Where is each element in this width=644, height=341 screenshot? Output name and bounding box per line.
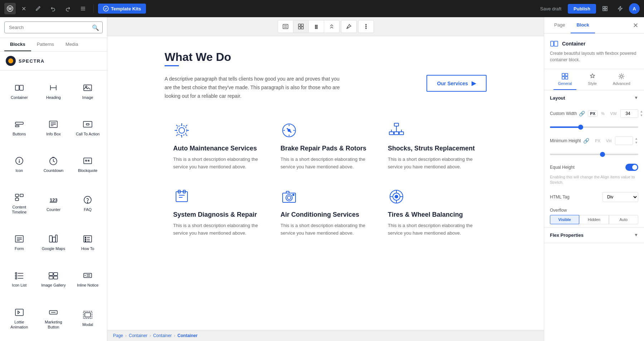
cta-button[interactable]: Our Services ▶ xyxy=(426,75,487,92)
service-desc-3: This is a short description elaborating … xyxy=(173,222,263,237)
save-draft-button[interactable]: Save draft xyxy=(537,4,565,14)
list-view-button[interactable] xyxy=(278,20,293,33)
block-item-countdown[interactable]: Countdown xyxy=(37,147,70,182)
svg-point-81 xyxy=(315,28,316,29)
block-item-lottie[interactable]: Lottie Animation xyxy=(3,298,36,338)
page-section: What We Do A descriptive paragraph that … xyxy=(165,51,487,247)
undo-button[interactable] xyxy=(47,3,59,14)
close-button[interactable]: ✕ xyxy=(19,3,29,14)
min-height-unit-px[interactable]: PX xyxy=(593,138,602,144)
svg-rect-10 xyxy=(15,85,19,90)
block-item-faq[interactable]: FAQ xyxy=(71,183,104,223)
inline-notice-icon xyxy=(83,270,93,280)
tab-blocks[interactable]: Blocks xyxy=(4,38,31,51)
unit-px-button[interactable]: PX xyxy=(588,110,597,117)
block-item-how-to[interactable]: How To xyxy=(71,225,104,260)
breadcrumb-current[interactable]: Container xyxy=(177,333,197,338)
block-item-marketing-button[interactable]: Marketing Button xyxy=(37,298,70,338)
unit-vw-button[interactable]: VW xyxy=(608,110,619,117)
html-tag-select[interactable]: Div Section Article Header Footer xyxy=(602,192,638,202)
block-label-counter: Counter xyxy=(47,207,60,212)
block-item-icon-list[interactable]: Icon List xyxy=(3,261,36,297)
collapse-button[interactable] xyxy=(324,20,339,33)
details-button[interactable] xyxy=(77,3,89,14)
svg-rect-91 xyxy=(389,132,394,135)
min-height-input[interactable] xyxy=(615,136,633,145)
panel-tab-block[interactable]: Block xyxy=(571,17,595,33)
lightning-button[interactable] xyxy=(614,3,626,14)
svg-text:123: 123 xyxy=(50,197,58,203)
user-avatar[interactable]: A xyxy=(629,3,640,14)
svg-rect-12 xyxy=(84,85,92,91)
svg-point-79 xyxy=(315,27,316,27)
redo-button[interactable] xyxy=(62,3,74,14)
unit-percent-button[interactable]: % xyxy=(599,110,607,117)
service-item-air-conditioning: Air Conditioning Services This is a shor… xyxy=(272,181,379,247)
panel-sub-tab-advanced[interactable]: Advanced xyxy=(609,69,635,90)
grid-view-button[interactable] xyxy=(293,20,309,33)
block-item-heading[interactable]: Heading xyxy=(37,73,70,109)
panel-sub-tab-style[interactable]: Style xyxy=(584,69,601,90)
svg-rect-117 xyxy=(554,41,558,46)
center-area: What We Do A descriptive paragraph that … xyxy=(107,17,544,341)
svg-point-82 xyxy=(316,28,317,29)
block-item-image[interactable]: Image xyxy=(71,73,104,109)
wp-logo[interactable]: W xyxy=(4,3,16,14)
countdown-icon xyxy=(48,156,58,166)
width-spin-down[interactable]: ▼ xyxy=(640,114,644,117)
block-item-timeline[interactable]: Content Timeline xyxy=(3,183,36,223)
block-item-form[interactable]: Form xyxy=(3,225,36,260)
block-item-container[interactable]: Container xyxy=(3,73,36,109)
block-item-modal[interactable]: Modal xyxy=(71,298,104,338)
svg-point-122 xyxy=(620,75,623,77)
block-item-info-box[interactable]: Info Box xyxy=(37,110,70,145)
pin-button[interactable] xyxy=(341,20,356,33)
panel-sub-tab-general[interactable]: General xyxy=(553,69,576,90)
layout-arrow-icon: ▲ xyxy=(634,96,638,101)
block-item-inline-notice[interactable]: Inline Notice xyxy=(71,261,104,297)
tab-patterns[interactable]: Patterns xyxy=(31,38,60,51)
panel-close-button[interactable]: ✕ xyxy=(631,20,640,31)
equal-height-toggle[interactable] xyxy=(625,164,638,171)
layout-section-header[interactable]: Layout ▲ xyxy=(544,90,644,106)
custom-width-input[interactable] xyxy=(620,109,638,118)
min-height-unit-vh[interactable]: VH xyxy=(604,138,614,144)
block-label-timeline: Content Timeline xyxy=(6,205,33,215)
publish-button[interactable]: Publish xyxy=(568,4,596,14)
flex-properties-header[interactable]: Flex Properties ▼ xyxy=(544,227,644,243)
service-title-2: Shocks, Struts Replacement xyxy=(388,145,478,152)
template-kits-button[interactable]: Template Kits xyxy=(98,4,146,14)
block-item-image-gallery[interactable]: Image Gallery xyxy=(37,261,70,297)
block-item-icon[interactable]: Icon xyxy=(3,147,36,182)
edit-button[interactable] xyxy=(32,3,44,14)
breadcrumb-page[interactable]: Page xyxy=(113,333,123,338)
view-toggle-button[interactable] xyxy=(599,3,611,14)
breadcrumb-container-1[interactable]: Container xyxy=(129,333,147,338)
panel-tab-page[interactable]: Page xyxy=(548,17,571,33)
cta-arrow-icon: ▶ xyxy=(472,80,476,87)
breadcrumb-container-2[interactable]: Container xyxy=(153,333,172,338)
min-height-spin-down[interactable]: ▼ xyxy=(634,141,638,145)
width-spin-up[interactable]: ▲ xyxy=(640,110,644,114)
min-height-spin-up[interactable]: ▲ xyxy=(634,137,638,141)
block-item-buttons[interactable]: Buttons xyxy=(3,110,36,145)
drag-handle-button[interactable] xyxy=(309,20,324,33)
block-item-counter[interactable]: 123 Counter xyxy=(37,183,70,223)
search-input[interactable] xyxy=(4,21,103,33)
block-label-buttons: Buttons xyxy=(13,131,26,136)
overflow-visible-button[interactable]: Visible xyxy=(550,215,579,224)
more-options-button[interactable] xyxy=(358,20,374,33)
gear-icon xyxy=(173,122,263,139)
overflow-buttons: Visible Hidden Auto xyxy=(550,215,638,224)
block-item-blockquote[interactable]: Blockquote xyxy=(71,147,104,182)
service-item-auto-maintenance: Auto Maintenance Services This is a shor… xyxy=(165,115,272,181)
custom-width-slider[interactable] xyxy=(550,126,638,128)
overflow-hidden-button[interactable]: Hidden xyxy=(579,215,609,224)
service-title-5: Tires & Wheel Balancing xyxy=(388,211,478,218)
block-item-cta[interactable]: Call To Action xyxy=(71,110,104,145)
svg-rect-107 xyxy=(286,191,289,193)
tab-media[interactable]: Media xyxy=(60,38,84,51)
min-height-slider[interactable] xyxy=(550,154,638,155)
block-item-google-maps[interactable]: Google Maps xyxy=(37,225,70,260)
overflow-auto-button[interactable]: Auto xyxy=(609,215,638,224)
